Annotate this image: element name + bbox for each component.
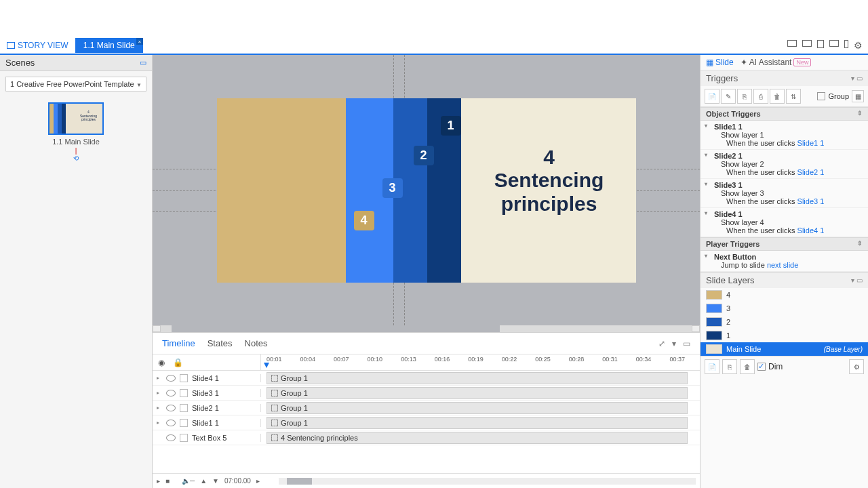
scroll-right-icon[interactable] <box>692 325 700 332</box>
layer-options-button[interactable]: ⚙ <box>849 359 864 374</box>
playhead[interactable] <box>264 363 269 368</box>
dim-checkbox[interactable] <box>757 363 766 371</box>
horizontal-scrollbar[interactable] <box>153 325 700 332</box>
expand-icon[interactable]: ▸ <box>157 420 162 426</box>
new-layer-button[interactable]: 📄 <box>705 359 719 374</box>
tab-ai-assistant[interactable]: ✦ AI Assistant New <box>741 58 812 67</box>
step-icon[interactable]: ▸ <box>256 477 260 485</box>
duplicate-layer-button[interactable]: ⎘ <box>722 359 737 374</box>
group-icon <box>271 375 278 382</box>
chevron-down-icon[interactable]: ▾ <box>672 339 676 348</box>
collapse-icon[interactable]: ⇕ <box>857 110 863 118</box>
phone-icon[interactable] <box>844 40 848 48</box>
trigger-action[interactable]: Show layer 3 <box>714 189 863 197</box>
scroll-left-icon[interactable] <box>153 325 161 332</box>
trigger-condition[interactable]: When the user clicks Slide3 1 <box>714 197 863 205</box>
layer-row[interactable]: 1 <box>701 329 868 342</box>
dock-icon[interactable]: ▭ <box>683 339 690 348</box>
trigger-action[interactable]: Show layer 1 <box>714 131 863 139</box>
timeline-row[interactable]: ▸ Slide2 1 Group 1 <box>153 401 700 415</box>
lock-toggle[interactable] <box>180 389 188 397</box>
timeline-tool-icon[interactable]: ⤢ <box>658 339 665 348</box>
tab-active-slide[interactable]: 1.1 Main Slide × <box>75 38 143 53</box>
tab-story-view[interactable]: STORY VIEW <box>0 38 75 53</box>
gear-icon[interactable]: ⚙ <box>854 40 863 51</box>
trigger-object-name[interactable]: Slide2 1 <box>714 152 863 160</box>
slide-title[interactable]: 4 Sentencing principles <box>475 146 624 216</box>
delete-layer-button[interactable]: 🗑 <box>740 359 755 374</box>
timeline-bar[interactable]: 4 Sentencing principles <box>267 432 688 444</box>
trigger-object-name[interactable]: Slide4 1 <box>714 210 863 218</box>
group-options-icon[interactable]: ▦ <box>852 90 864 102</box>
trigger-next-button[interactable]: Next Button <box>714 253 863 261</box>
timeline-row[interactable]: Text Box 5 4 Sentencing principles <box>153 430 700 445</box>
delete-trigger-button[interactable]: 🗑 <box>770 89 785 104</box>
slide-canvas[interactable]: 1 2 3 4 4 Sentencing principles <box>217 98 636 283</box>
trigger-condition[interactable]: When the user clicks Slide2 1 <box>714 168 863 176</box>
timeline-scrollbar[interactable] <box>279 478 696 485</box>
object-triggers-header[interactable]: Object Triggers <box>706 110 761 118</box>
zoom-in-icon[interactable]: ▼ <box>212 477 219 485</box>
timeline-bar[interactable]: Group 1 <box>267 402 688 414</box>
tablet-icon[interactable] <box>829 40 839 47</box>
trigger-condition[interactable]: When the user clicks Slide1 1 <box>714 139 863 147</box>
desktop-icon[interactable] <box>787 40 797 47</box>
scroll-thumb[interactable] <box>172 325 500 332</box>
timeline-bar[interactable]: Group 1 <box>267 387 688 399</box>
expand-icon[interactable]: ▸ <box>157 390 162 396</box>
visibility-toggle[interactable] <box>166 420 176 426</box>
eye-icon[interactable]: ◉ <box>157 358 166 367</box>
timeline-bar[interactable]: Group 1 <box>267 372 688 384</box>
tab-states[interactable]: States <box>208 336 233 351</box>
visibility-toggle[interactable] <box>166 390 176 396</box>
collapse-icon[interactable]: ⇕ <box>857 240 863 248</box>
trigger-action[interactable]: Show layer 4 <box>714 218 863 226</box>
timeline-row[interactable]: ▸ Slide1 1 Group 1 <box>153 415 700 430</box>
zoom-out-icon[interactable]: ▲ <box>200 477 207 485</box>
tab-timeline[interactable]: Timeline <box>162 336 195 351</box>
trigger-object-name[interactable]: Slide3 1 <box>714 181 863 189</box>
base-layer-row[interactable]: Main Slide (Base Layer) <box>701 342 868 356</box>
expand-icon[interactable]: ▸ <box>157 375 162 381</box>
lock-icon[interactable]: 🔒 <box>173 358 182 367</box>
laptop-icon[interactable] <box>802 40 812 47</box>
expand-icon[interactable]: ▸ <box>157 405 162 411</box>
layer-row[interactable]: 2 <box>701 315 868 329</box>
tablet-landscape-icon[interactable] <box>817 40 824 48</box>
timeline-row[interactable]: ▸ Slide3 1 Group 1 <box>153 386 700 401</box>
scene-dropdown[interactable]: 1 Creative Free PowerPoint Template <box>5 77 146 92</box>
lock-toggle[interactable] <box>180 434 188 442</box>
volume-icon[interactable]: 🔈─ <box>182 477 195 485</box>
play-icon[interactable]: ▸ <box>157 477 160 485</box>
stop-icon[interactable]: ■ <box>165 477 170 485</box>
trigger-condition[interactable]: When the user clicks Slide4 1 <box>714 226 863 235</box>
group-checkbox[interactable] <box>817 92 825 100</box>
player-triggers-header[interactable]: Player Triggers <box>706 240 760 248</box>
visibility-toggle[interactable] <box>166 434 176 441</box>
trigger-action[interactable]: Jump to slide next slide <box>714 261 863 269</box>
timeline-row[interactable]: ▸ Slide4 1 Group 1 <box>153 371 700 386</box>
trigger-object-name[interactable]: Slide1 1 <box>714 123 863 131</box>
chevron-down-icon <box>136 80 142 88</box>
slide-stage[interactable]: 1 2 3 4 4 Sentencing principles <box>153 55 700 325</box>
lock-toggle[interactable] <box>180 374 188 382</box>
tab-notes[interactable]: Notes <box>245 336 268 351</box>
lock-toggle[interactable] <box>180 419 188 427</box>
visibility-toggle[interactable] <box>166 375 176 382</box>
scene-thumbnail[interactable]: 4Sentencingprinciples <box>48 102 104 135</box>
trigger-action[interactable]: Show layer 2 <box>714 160 863 168</box>
paste-trigger-button[interactable]: ⎙ <box>753 89 768 104</box>
edit-trigger-button[interactable]: ✎ <box>721 89 736 104</box>
layer-row[interactable]: 3 <box>701 302 868 315</box>
timeline-ruler[interactable]: 00:0100:0400:0700:1000:1300:1600:1900:22… <box>261 354 700 370</box>
timeline-bar[interactable]: Group 1 <box>267 417 688 429</box>
reorder-trigger-button[interactable]: ⇅ <box>786 89 801 104</box>
layer-row[interactable]: 4 <box>701 288 868 302</box>
close-icon[interactable]: × <box>136 38 143 45</box>
lock-toggle[interactable] <box>180 404 188 412</box>
visibility-toggle[interactable] <box>166 405 176 411</box>
new-trigger-button[interactable]: 📄 <box>705 89 719 104</box>
dock-icon[interactable]: ▭ <box>140 58 146 67</box>
copy-trigger-button[interactable]: ⎘ <box>737 89 752 104</box>
tab-slide[interactable]: ▦ Slide <box>706 58 734 67</box>
